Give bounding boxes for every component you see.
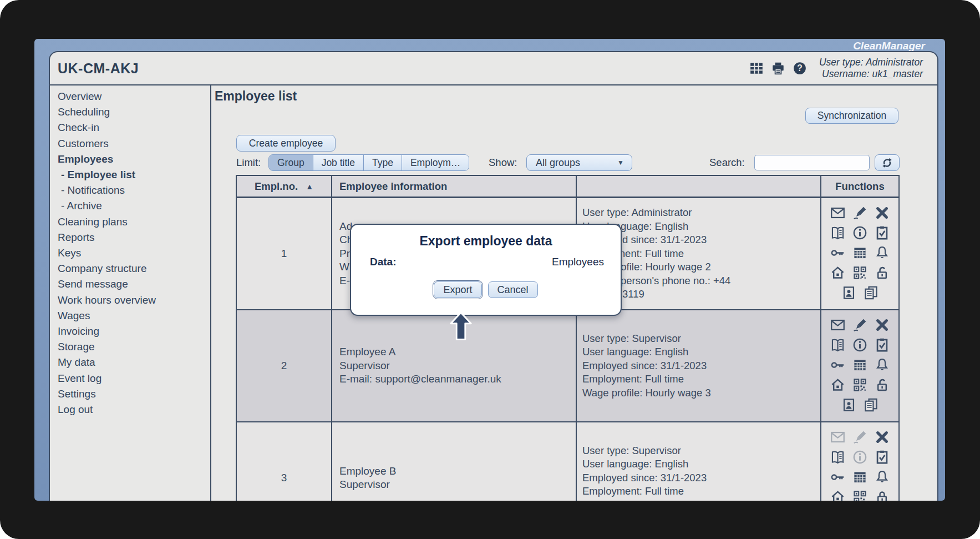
info-line: Supervisor bbox=[339, 478, 576, 492]
cell-functions bbox=[821, 422, 898, 501]
sidebar-item-overview[interactable]: Overview bbox=[50, 89, 210, 104]
header-icon-bar bbox=[749, 61, 807, 75]
export-button[interactable]: Export bbox=[434, 281, 481, 298]
sidebar-item-invoicing[interactable]: Invoicing bbox=[50, 324, 210, 339]
sidebar-item-settings[interactable]: Settings bbox=[50, 386, 210, 402]
sidebar-item-storage[interactable]: Storage bbox=[50, 339, 210, 355]
info-icon[interactable] bbox=[852, 337, 867, 352]
sidebar-item-event-log[interactable]: Event log bbox=[50, 371, 210, 386]
cancel-button[interactable]: Cancel bbox=[488, 281, 538, 298]
qr-code-icon[interactable] bbox=[852, 377, 867, 392]
function-icon-row bbox=[830, 337, 890, 352]
column-header-empl-no[interactable]: Empl.no.▲ bbox=[237, 176, 332, 197]
mail-icon[interactable] bbox=[830, 430, 845, 445]
bell-icon[interactable] bbox=[875, 245, 890, 260]
key-icon[interactable] bbox=[830, 470, 845, 485]
data-label: Data: bbox=[370, 256, 397, 268]
help-icon[interactable] bbox=[793, 61, 807, 75]
limit-button-job-title[interactable]: Job title bbox=[313, 155, 364, 170]
book-icon[interactable] bbox=[830, 450, 845, 465]
edit-icon[interactable] bbox=[852, 318, 867, 333]
print-icon[interactable] bbox=[771, 61, 785, 75]
info-line: Employee B bbox=[339, 465, 576, 478]
group-select[interactable]: All groups ▼ bbox=[526, 154, 632, 171]
id-card-icon[interactable] bbox=[841, 397, 856, 412]
checklist-icon[interactable] bbox=[875, 337, 890, 352]
sidebar-item-employees[interactable]: Employees bbox=[50, 152, 210, 167]
home-icon[interactable] bbox=[830, 265, 845, 280]
checklist-icon[interactable] bbox=[875, 225, 890, 240]
column-header-functions: Functions bbox=[821, 176, 898, 197]
detail-line: User type: Supervisor bbox=[582, 444, 820, 458]
delete-icon[interactable] bbox=[875, 205, 890, 220]
sidebar-item-company-structure[interactable]: Company structure bbox=[50, 261, 210, 276]
function-icon-row bbox=[830, 245, 890, 260]
refresh-button[interactable] bbox=[875, 154, 900, 171]
sidebar-item-log-out[interactable]: Log out bbox=[50, 402, 210, 417]
edit-icon[interactable] bbox=[852, 205, 867, 220]
key-icon[interactable] bbox=[830, 357, 845, 372]
cell-functions bbox=[821, 310, 898, 421]
home-icon[interactable] bbox=[830, 490, 845, 501]
bell-icon[interactable] bbox=[875, 357, 890, 372]
delete-icon[interactable] bbox=[875, 318, 890, 333]
sidebar-item-check-in[interactable]: Check-in bbox=[50, 120, 210, 135]
delete-icon[interactable] bbox=[875, 430, 890, 445]
export-dialog: Export employee data Data: Employees Exp… bbox=[350, 224, 622, 316]
detail-line: Employed since: 31/1-2023 bbox=[582, 471, 820, 485]
data-value: Employees bbox=[552, 256, 604, 268]
calculator-icon[interactable] bbox=[852, 245, 867, 260]
mail-icon[interactable] bbox=[830, 205, 845, 220]
sidebar-item-cleaning-plans[interactable]: Cleaning plans bbox=[50, 214, 210, 230]
lock-open-icon[interactable] bbox=[875, 265, 890, 280]
home-icon[interactable] bbox=[830, 377, 845, 392]
info-icon[interactable] bbox=[852, 225, 867, 240]
calculator-icon[interactable] bbox=[852, 357, 867, 372]
qr-code-icon[interactable] bbox=[852, 265, 867, 280]
page-title: Employee list bbox=[215, 89, 297, 104]
app-header: UK-CM-AKJ User type: Administrator Usern… bbox=[50, 52, 937, 85]
sidebar-item-customers[interactable]: Customers bbox=[50, 136, 210, 152]
sidebar-item-my-data[interactable]: My data bbox=[50, 355, 210, 370]
cell-empl-no: 2 bbox=[237, 310, 332, 421]
sidebar-item-scheduling[interactable]: Scheduling bbox=[50, 104, 210, 120]
chevron-down-icon: ▼ bbox=[617, 159, 624, 167]
empl-no-label: Empl.no. bbox=[255, 180, 298, 193]
limit-button-group[interactable]: Group bbox=[269, 155, 313, 170]
table-header: Empl.no.▲Employee informationFunctions bbox=[237, 176, 898, 198]
limit-button-employm[interactable]: Employm… bbox=[402, 155, 469, 170]
limit-button-group: GroupJob titleTypeEmploym… bbox=[268, 154, 469, 171]
cell-empl-no: 3 bbox=[237, 422, 332, 501]
bell-icon[interactable] bbox=[875, 470, 890, 485]
info-icon[interactable] bbox=[852, 450, 867, 465]
documents-icon[interactable] bbox=[864, 285, 879, 300]
lock-open-icon[interactable] bbox=[875, 377, 890, 392]
synchronization-button[interactable]: Synchronization bbox=[805, 108, 898, 124]
key-icon[interactable] bbox=[830, 245, 845, 260]
create-employee-button[interactable]: Create employee bbox=[236, 135, 336, 152]
mail-icon[interactable] bbox=[830, 318, 845, 333]
id-card-icon[interactable] bbox=[841, 285, 856, 300]
checklist-icon[interactable] bbox=[875, 450, 890, 465]
search-input[interactable] bbox=[754, 155, 870, 170]
documents-icon[interactable] bbox=[864, 397, 879, 412]
lock-closed-icon[interactable] bbox=[875, 490, 890, 501]
search-label: Search: bbox=[709, 154, 745, 171]
sidebar-item-employee-list[interactable]: - Employee list bbox=[50, 167, 210, 183]
book-icon[interactable] bbox=[830, 337, 845, 352]
sidebar-item-keys[interactable]: Keys bbox=[50, 245, 210, 261]
sidebar-item-reports[interactable]: Reports bbox=[50, 230, 210, 245]
sidebar-item-notifications[interactable]: - Notifications bbox=[50, 183, 210, 198]
edit-icon[interactable] bbox=[852, 430, 867, 445]
column-header-employee-information: Employee information bbox=[332, 176, 577, 197]
sidebar-item-wages[interactable]: Wages bbox=[50, 308, 210, 324]
sidebar-item-archive[interactable]: - Archive bbox=[50, 198, 210, 214]
limit-button-type[interactable]: Type bbox=[364, 155, 402, 170]
info-line: E-mail: support@cleanmanager.uk bbox=[339, 372, 576, 386]
sidebar-item-work-hours-overview[interactable]: Work hours overview bbox=[50, 293, 210, 308]
book-icon[interactable] bbox=[830, 225, 845, 240]
calculator-icon[interactable] bbox=[852, 470, 867, 485]
table-icon[interactable] bbox=[749, 61, 764, 75]
qr-code-icon[interactable] bbox=[852, 490, 867, 501]
sidebar-item-send-message[interactable]: Send message bbox=[50, 276, 210, 292]
